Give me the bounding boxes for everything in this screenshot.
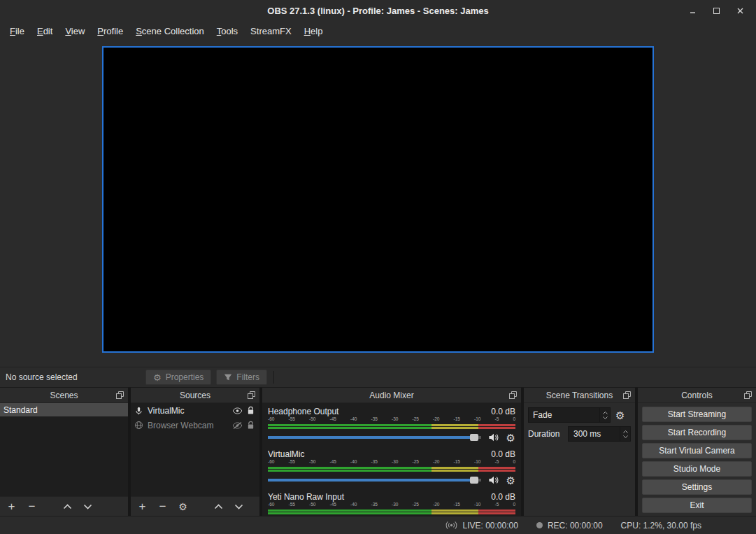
menu-edit[interactable]: Edit [31, 23, 59, 39]
speaker-icon[interactable] [488, 433, 499, 442]
scene-transitions-header: Scene Transitions [524, 388, 635, 403]
menu-help[interactable]: Help [298, 23, 329, 39]
mixer-volume-db: 0.0 dB [491, 407, 515, 416]
meter-tick: -35 [371, 460, 378, 465]
start-streaming-button[interactable]: Start Streaming [642, 407, 752, 422]
menu-view[interactable]: View [59, 23, 91, 39]
add-source-button[interactable]: + [137, 500, 148, 512]
menu-profile[interactable]: Profile [91, 23, 129, 39]
scenes-panel: Scenes Standard + − [0, 388, 128, 516]
popout-icon[interactable] [116, 391, 124, 399]
mixer-gear-icon[interactable]: ⚙ [506, 433, 515, 443]
mixer-volume-db: 0.0 dB [491, 449, 515, 459]
rec-time: REC: 00:00:00 [548, 521, 603, 531]
live-status: LIVE: 00:00:00 [445, 521, 518, 531]
transition-settings-icon[interactable]: ⚙ [615, 410, 625, 421]
eye-slash-icon[interactable] [232, 422, 243, 429]
source-toolbar: No source selected ⚙ Properties Filters [0, 367, 756, 388]
combo-spinner[interactable] [599, 408, 610, 422]
start-virtual-camera-button[interactable]: Start Virtual Camera [642, 443, 752, 458]
preview-canvas[interactable] [102, 46, 654, 353]
meter-tick: -45 [330, 417, 336, 422]
transition-select[interactable]: Fade [528, 407, 611, 423]
scenes-toolbar: + − [0, 496, 128, 516]
scene-transitions-body: Fade ⚙ Duration 300 ms [524, 403, 635, 446]
filters-button[interactable]: Filters [216, 370, 267, 385]
meter-tick: -35 [371, 503, 378, 507]
mixer-gear-icon[interactable]: ⚙ [506, 475, 515, 486]
volume-slider-handle[interactable] [470, 477, 478, 484]
audio-mixer-panel: Audio Mixer Headphone Output 0.0 dB -60-… [262, 388, 521, 516]
mixer-channel-name: VirtualMic [268, 449, 304, 459]
meter-tick: -5 [495, 417, 499, 422]
source-item-virtualmic[interactable]: VirtualMic [131, 403, 259, 418]
volume-meter [268, 510, 515, 514]
meter-tick: -55 [289, 460, 295, 465]
meter-tick: -25 [413, 417, 419, 422]
mixer-channel-name: Headphone Output [268, 407, 338, 416]
controls-panel-title: Controls [681, 391, 713, 400]
lock-icon[interactable] [247, 406, 255, 415]
mic-icon [134, 406, 143, 416]
source-item-browser-webcam[interactable]: Browser Webcam [131, 418, 259, 433]
meter-tick: -50 [309, 503, 315, 507]
move-scene-up-button[interactable] [62, 500, 73, 512]
meter-scale: -60-55-50-45-40-35-30-25-20-15-10-50 [268, 417, 515, 423]
duration-value: 300 ms [569, 429, 620, 439]
gear-icon: ⚙ [153, 373, 162, 382]
meter-tick: -40 [350, 460, 357, 465]
volume-slider-handle[interactable] [470, 434, 478, 441]
menu-tools[interactable]: Tools [211, 23, 244, 39]
popout-icon[interactable] [623, 391, 631, 399]
eye-icon[interactable] [232, 407, 243, 414]
settings-button[interactable]: Settings [642, 479, 752, 495]
minimize-button[interactable] [686, 4, 699, 17]
maximize-button[interactable] [710, 4, 722, 17]
meter-tick: -55 [289, 503, 295, 507]
scene-item-label: Standard [3, 405, 38, 415]
properties-button[interactable]: ⚙ Properties [145, 370, 211, 385]
volume-slider[interactable] [268, 475, 481, 485]
popout-icon[interactable] [744, 391, 752, 399]
menu-file[interactable]: File [3, 23, 31, 39]
meter-tick: 0 [513, 417, 515, 422]
move-scene-down-button[interactable] [83, 500, 93, 512]
dock-row: Scenes Standard + − Sources [0, 388, 756, 516]
meter-scale: -60-55-50-45-40-35-30-25-20-15-10-50 [268, 460, 515, 466]
remove-source-button[interactable]: − [157, 500, 168, 512]
speaker-icon[interactable] [488, 475, 499, 485]
filters-button-label: Filters [236, 372, 259, 382]
add-scene-button[interactable]: + [6, 500, 17, 512]
cpu-fps-stats: CPU: 1.2%, 30.00 fps [621, 521, 701, 531]
remove-scene-button[interactable]: − [27, 500, 37, 512]
scene-transitions-title: Scene Transitions [546, 391, 613, 400]
popout-icon[interactable] [248, 391, 255, 399]
meter-tick: -35 [371, 417, 378, 422]
scene-item-standard[interactable]: Standard [0, 403, 128, 416]
toolbar-separator [273, 371, 274, 384]
menu-scene-collection[interactable]: Scene Collection [129, 23, 211, 39]
menu-streamfx[interactable]: StreamFX [244, 23, 298, 39]
popout-icon[interactable] [509, 391, 517, 399]
scene-transitions-panel: Scene Transitions Fade ⚙ Duration [524, 388, 635, 516]
meter-tick: -45 [330, 503, 336, 507]
duration-spinner[interactable] [620, 427, 630, 441]
exit-button[interactable]: Exit [642, 498, 752, 513]
move-source-down-button[interactable] [234, 500, 244, 512]
sources-list: VirtualMic Browser Webcam [131, 403, 259, 496]
mixer-channel-virtualmic: VirtualMic 0.0 dB -60-55-50-45-40-35-30-… [262, 447, 521, 487]
close-button[interactable] [734, 4, 746, 17]
meter-tick: -15 [454, 460, 460, 465]
scenes-panel-title: Scenes [50, 391, 78, 400]
duration-spinbox[interactable]: 300 ms [568, 426, 631, 442]
lock-icon[interactable] [247, 421, 255, 430]
volume-meter [268, 424, 515, 429]
start-recording-button[interactable]: Start Recording [642, 425, 752, 440]
meter-scale: -60-55-50-45-40-35-30-25-20-15-10-50 [268, 503, 515, 509]
source-properties-icon[interactable]: ⚙ [178, 500, 188, 512]
record-dot-icon [536, 522, 543, 528]
move-source-up-button[interactable] [213, 500, 224, 512]
volume-slider[interactable] [268, 433, 481, 442]
window-controls [686, 4, 756, 17]
studio-mode-button[interactable]: Studio Mode [642, 461, 752, 477]
